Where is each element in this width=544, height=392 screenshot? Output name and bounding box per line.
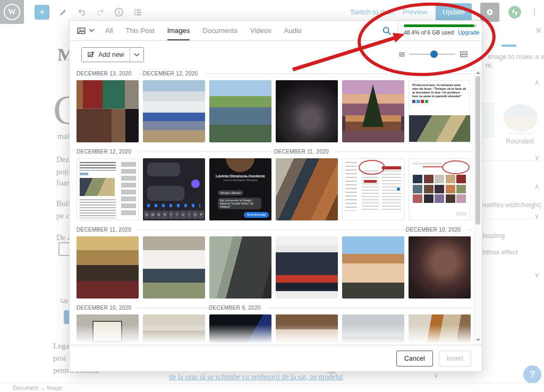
- thumb-article-classroom[interactable]: Profesorul bun, în viziunea unui elev de…: [409, 80, 471, 142]
- media-row: QWERTYUIOPLavinia Dimancea-OvedenieLives…: [76, 158, 472, 220]
- keyboard-key: O: [192, 211, 198, 219]
- modal-scrollbar[interactable]: [474, 67, 482, 346]
- thumb-detail: [362, 84, 384, 127]
- add-new-dropdown-toggle[interactable]: [130, 48, 143, 62]
- thumb-dark-red-portrait[interactable]: [409, 236, 471, 299]
- upgrade-link[interactable]: Upgrade: [458, 29, 479, 36]
- mini-thumbnail: [446, 175, 455, 183]
- thumb-stage-event-banner[interactable]: [342, 314, 404, 346]
- chat-detail: [147, 186, 184, 201]
- chat-bubble: Ești cumva elev la Colegiul Național "On…: [218, 198, 261, 209]
- thumb-dark-webcam-portrait[interactable]: [276, 80, 338, 142]
- thumb-facebook-profile-card[interactable]: Lavinia Dimancea-OvedenieLives in Buchar…: [209, 158, 271, 220]
- chat-bubble: Salutare, Razvan!: [218, 190, 243, 195]
- scrollbar-down-arrow[interactable]: [476, 339, 480, 343]
- thumb-church-ceremony[interactable]: [76, 236, 139, 299]
- thumb-messenger-chat[interactable]: QWERTYUIOP: [143, 158, 205, 220]
- keyboard-key: Y: [174, 211, 180, 219]
- mini-thumbnail-grid: [413, 175, 466, 203]
- keyboard-key: P: [199, 211, 204, 219]
- media-grid-viewport: DECEMBER 13, 2020DECEMBER 12, 2020Profes…: [76, 67, 472, 346]
- tab-videos[interactable]: Videos: [250, 21, 271, 40]
- storage-panel: 48.4% of 6 GB used Upgrade: [398, 21, 482, 40]
- thumb-masked-people-at-desk[interactable]: [276, 158, 338, 220]
- thumb-detail: [364, 180, 377, 183]
- thumb-detail: [397, 188, 400, 191]
- date-header: DECEMBER 9, 2020: [209, 304, 267, 311]
- thumb-media-modal-screenshot[interactable]: [409, 158, 471, 220]
- scrollbar-up-arrow[interactable]: [476, 70, 480, 74]
- modal-footer: Cancel Insert: [70, 345, 482, 371]
- thumb-detail: [412, 163, 442, 165]
- media-library-modal: All This Post Images Documents Videos Au…: [69, 20, 482, 372]
- thumb-office-man[interactable]: [409, 314, 471, 346]
- thumb-redhead-portrait[interactable]: [276, 314, 338, 346]
- date-header-row: DECEMBER 13, 2020DECEMBER 12, 2020: [76, 70, 472, 77]
- wordpress-editor-screen: W + Switch: [0, 0, 544, 392]
- thumb-dark-blue-stage[interactable]: [209, 314, 271, 346]
- thumb-plans-page-red-annotations[interactable]: [342, 158, 404, 220]
- storage-usage-bar: [404, 24, 477, 27]
- tab-all[interactable]: All: [105, 21, 113, 40]
- date-header: DECEMBER 11, 2020: [76, 226, 138, 233]
- media-grid: DECEMBER 13, 2020DECEMBER 12, 2020Profes…: [76, 67, 472, 346]
- social-icon: [416, 100, 420, 103]
- scrollbar-thumb[interactable]: [475, 76, 480, 225]
- media-source-selector[interactable]: [76, 21, 95, 40]
- cancel-button[interactable]: Cancel: [396, 351, 433, 367]
- tab-images[interactable]: Images: [167, 21, 190, 40]
- slider-track[interactable]: [409, 54, 455, 55]
- social-icon: [412, 100, 415, 103]
- mini-thumbnail: [424, 175, 434, 183]
- large-image-icon: [460, 50, 468, 58]
- thumb-man-by-river[interactable]: [209, 80, 271, 142]
- thumb-news-article-screenshot[interactable]: [76, 158, 139, 220]
- date-header: DECEMBER 12, 2020: [143, 70, 204, 77]
- add-new-button-group: Add new: [81, 47, 144, 62]
- mini-thumbnail: [413, 175, 422, 183]
- insert-button[interactable]: Insert: [439, 351, 471, 367]
- thumb-christmas-tree-square[interactable]: [342, 80, 404, 142]
- profile-name-text: Lavinia Dimancea-Ovedenie: [209, 174, 271, 178]
- keyboard-key: R: [162, 211, 167, 219]
- slider-thumb[interactable]: [430, 50, 438, 58]
- chat-keyboard: QWERTYUIOP: [143, 209, 205, 220]
- thumb-detail: [382, 171, 401, 212]
- media-row: Profesorul bun, în viziunea unui elev de…: [76, 80, 472, 142]
- social-icon: [421, 100, 424, 103]
- chevron-down-icon: [89, 29, 95, 32]
- thumb-man-sitting-park[interactable]: [143, 236, 205, 299]
- media-row: [76, 314, 472, 346]
- mini-thumbnail: [456, 194, 466, 203]
- tab-documents[interactable]: Documents: [202, 21, 237, 40]
- thumb-detail: [80, 199, 116, 218]
- chevron-down-icon: [134, 53, 140, 57]
- mini-thumbnail: [413, 185, 422, 193]
- date-header: DECEMBER 10, 2020: [76, 304, 138, 311]
- keyboard-key: I: [186, 211, 192, 219]
- tab-this-post[interactable]: This Post: [125, 21, 154, 40]
- chat-detail: [191, 180, 200, 188]
- search-icon[interactable]: [382, 21, 392, 40]
- thumb-classroom-projector[interactable]: [76, 314, 139, 346]
- profile-subtitle-text: Lives in Bucharest, Romania: [209, 178, 271, 182]
- add-new-button[interactable]: Add new: [82, 48, 130, 62]
- thumb-folk-dance-group[interactable]: [143, 80, 205, 142]
- thumb-street-selfie[interactable]: [342, 236, 404, 299]
- tab-audio[interactable]: Audio: [284, 21, 302, 40]
- thumb-boxing-glove-girl[interactable]: [209, 236, 271, 299]
- chat-detail: [147, 163, 180, 176]
- thumbnail-size-slider: [399, 50, 468, 58]
- article-photo: [409, 115, 470, 142]
- thumb-selfie-collage[interactable]: [76, 80, 139, 142]
- profile-avatar: [226, 158, 254, 172]
- thumb-detail: [92, 321, 122, 342]
- date-header-row: DECEMBER 11, 2020DECEMBER 10, 2020: [76, 226, 472, 233]
- thumb-masked-students-group[interactable]: [143, 314, 205, 346]
- date-header-row: DECEMBER 10, 2020DECEMBER 9, 2020: [76, 304, 472, 311]
- thumb-champion-belt-girl[interactable]: [276, 236, 338, 299]
- thumb-detail: [121, 162, 136, 217]
- date-header: DECEMBER 12, 2020: [76, 148, 138, 155]
- mini-thumbnail: [456, 185, 466, 193]
- mini-thumbnail: [435, 185, 444, 193]
